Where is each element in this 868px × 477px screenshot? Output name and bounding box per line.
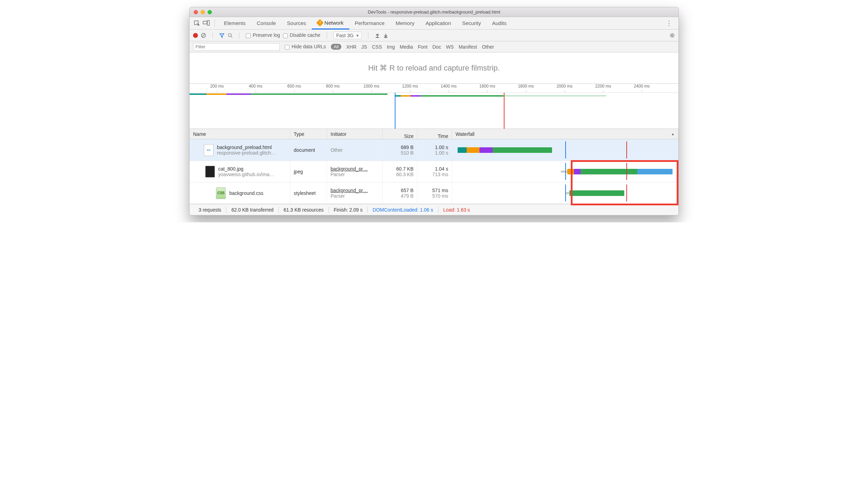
svg-rect-2 [207, 20, 209, 25]
table-header: Name Type Initiator Size Time Waterfall▲ [190, 129, 678, 139]
filter-other[interactable]: Other [482, 44, 494, 50]
waterfall-bar [456, 184, 675, 202]
inspect-icon[interactable] [192, 20, 201, 26]
devtools-window: DevTools - responsive-preload.glitch.me/… [189, 7, 679, 215]
tab-console[interactable]: Console [251, 17, 282, 30]
record-button[interactable] [193, 33, 198, 38]
html-file-icon: <> [204, 144, 214, 156]
tab-memory[interactable]: Memory [390, 17, 420, 30]
status-requests: 3 requests [194, 207, 226, 213]
svg-point-5 [228, 33, 232, 36]
tab-network[interactable]: Network [312, 17, 349, 30]
window-title: DevTools - responsive-preload.glitch.me/… [217, 9, 651, 15]
warning-icon [316, 19, 324, 26]
col-waterfall[interactable]: Waterfall▲ [452, 129, 678, 139]
close-icon[interactable] [194, 10, 198, 14]
status-resources: 61.3 KB resources [279, 207, 328, 213]
col-initiator[interactable]: Initiator [327, 129, 383, 139]
tab-elements[interactable]: Elements [218, 17, 251, 30]
tab-audits[interactable]: Audits [486, 17, 512, 30]
kebab-menu-icon[interactable]: ⋮ [662, 19, 676, 27]
filter-font[interactable]: Font [418, 44, 427, 50]
svg-line-15 [673, 36, 674, 37]
disable-cache-checkbox[interactable]: Disable cache [283, 32, 320, 38]
filter-all[interactable]: All [331, 44, 341, 50]
filter-xhr[interactable]: XHR [346, 44, 357, 50]
svg-rect-1 [203, 21, 207, 24]
minimize-icon[interactable] [201, 10, 205, 14]
svg-line-4 [202, 34, 205, 37]
gear-icon[interactable] [669, 33, 675, 38]
table-body: <> background_preload.htmlresponsive-pre… [190, 139, 678, 204]
filter-css[interactable]: CSS [372, 44, 382, 50]
status-load: Load: 1.63 s [439, 207, 475, 213]
filter-input[interactable] [193, 43, 280, 51]
tab-security[interactable]: Security [457, 17, 486, 30]
image-file-icon [205, 166, 215, 178]
preserve-log-checkbox[interactable]: Preserve log [246, 32, 280, 38]
clear-icon[interactable] [201, 33, 206, 38]
table-row[interactable]: <> background_preload.htmlresponsive-pre… [190, 139, 678, 161]
col-size[interactable]: Size [383, 129, 417, 139]
upload-icon[interactable] [375, 33, 380, 38]
status-finish: Finish: 2.09 s [329, 207, 367, 213]
filter-doc[interactable]: Doc [432, 44, 441, 50]
download-icon[interactable] [383, 33, 389, 38]
css-file-icon: CSS [216, 187, 226, 199]
svg-line-16 [670, 36, 671, 37]
filter-icon[interactable] [219, 33, 225, 38]
svg-point-9 [671, 34, 673, 36]
filter-ws[interactable]: WS [446, 44, 454, 50]
filter-img[interactable]: Img [387, 44, 395, 50]
col-time[interactable]: Time [417, 129, 452, 139]
timeline-ticks: 200 ms 400 ms 600 ms 800 ms 1000 ms 1200… [190, 84, 678, 93]
waterfall-bar [456, 141, 675, 158]
svg-line-14 [670, 33, 671, 34]
zoom-icon[interactable] [208, 10, 212, 14]
device-toggle-icon[interactable] [201, 20, 211, 26]
panel-tabs: Elements Console Sources Network Perform… [190, 17, 678, 30]
table-row[interactable]: cat_800.jpgyoavweiss.github.io/ima… jpeg… [190, 161, 678, 182]
tab-application[interactable]: Application [420, 17, 457, 30]
status-domcontentloaded: DOMContentLoaded: 1.06 s [368, 207, 438, 213]
status-transferred: 62.0 KB transferred [226, 207, 278, 213]
overview-bars [190, 93, 678, 129]
tab-sources[interactable]: Sources [282, 17, 312, 30]
traffic-lights [190, 10, 217, 14]
col-name[interactable]: Name [190, 129, 290, 139]
filter-media[interactable]: Media [400, 44, 413, 50]
tab-performance[interactable]: Performance [349, 17, 390, 30]
titlebar: DevTools - responsive-preload.glitch.me/… [190, 7, 678, 17]
svg-line-6 [231, 36, 232, 38]
status-bar: 3 requests 62.0 KB transferred 61.3 KB r… [190, 204, 678, 215]
throttling-select[interactable]: Fast 3G▾ [333, 32, 362, 39]
timeline-overview[interactable]: 200 ms 400 ms 600 ms 800 ms 1000 ms 1200… [190, 84, 678, 129]
sort-arrow-icon: ▲ [671, 132, 675, 136]
filmstrip-hint: Hit ⌘ R to reload and capture filmstrip. [190, 52, 678, 84]
waterfall-bar [456, 163, 675, 180]
filter-bar: Hide data URLs All XHR JS CSS Img Media … [190, 41, 678, 52]
filter-js[interactable]: JS [361, 44, 367, 50]
col-type[interactable]: Type [290, 129, 327, 139]
hide-data-urls-checkbox[interactable]: Hide data URLs [285, 44, 326, 49]
search-icon[interactable] [227, 33, 233, 38]
filter-manifest[interactable]: Manifest [459, 44, 477, 50]
table-row[interactable]: CSS background.css stylesheet background… [190, 182, 678, 204]
network-toolbar: Preserve log Disable cache Fast 3G▾ [190, 30, 678, 41]
svg-line-17 [673, 33, 674, 34]
